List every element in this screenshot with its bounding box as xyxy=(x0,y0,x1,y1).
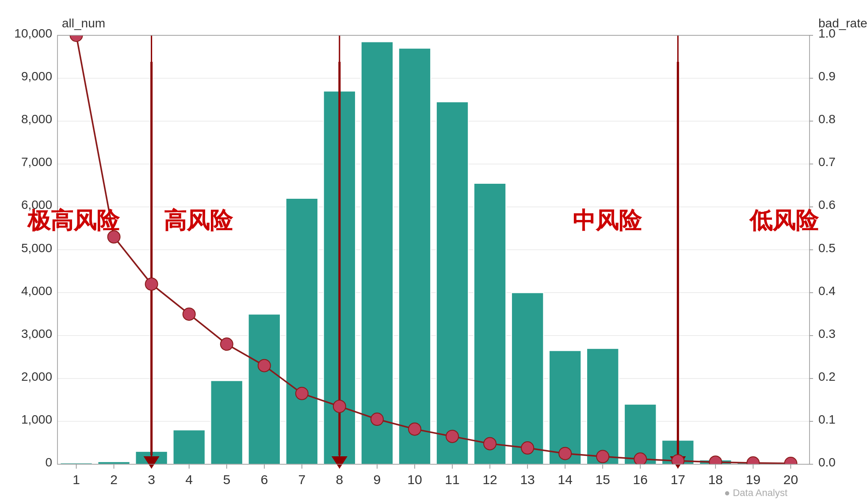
svg-point-132 xyxy=(596,451,609,463)
svg-point-126 xyxy=(371,413,383,425)
svg-text:13: 13 xyxy=(520,472,535,487)
svg-text:0.3: 0.3 xyxy=(818,327,836,341)
svg-text:0.6: 0.6 xyxy=(818,198,836,212)
svg-text:0.0: 0.0 xyxy=(818,455,836,469)
svg-point-125 xyxy=(333,400,346,413)
risk-label-medium: 中风险 xyxy=(573,205,642,236)
risk-label-low: 低风险 xyxy=(749,205,818,236)
svg-rect-95 xyxy=(286,198,318,464)
svg-text:0.5: 0.5 xyxy=(818,241,836,255)
svg-text:0.1: 0.1 xyxy=(818,413,836,426)
svg-text:15: 15 xyxy=(596,472,610,487)
svg-rect-93 xyxy=(211,381,243,464)
svg-text:7: 7 xyxy=(298,472,306,487)
svg-text:18: 18 xyxy=(708,472,723,487)
svg-rect-101 xyxy=(512,293,543,464)
svg-rect-103 xyxy=(587,349,619,464)
svg-point-122 xyxy=(221,338,233,350)
svg-text:14: 14 xyxy=(558,472,572,487)
svg-text:all_num: all_num xyxy=(62,16,105,30)
svg-text:0: 0 xyxy=(45,455,52,469)
svg-text:7,000: 7,000 xyxy=(21,155,52,169)
svg-text:10: 10 xyxy=(407,472,422,487)
svg-text:16: 16 xyxy=(633,472,648,487)
svg-rect-99 xyxy=(436,102,468,464)
svg-point-130 xyxy=(521,442,534,454)
svg-point-131 xyxy=(559,447,571,460)
svg-text:0.7: 0.7 xyxy=(818,155,836,169)
svg-text:bad_rate: bad_rate xyxy=(818,16,867,30)
svg-text:2: 2 xyxy=(110,472,118,487)
main-chart: 01,0002,0003,0004,0005,0006,0007,0008,00… xyxy=(0,0,867,504)
svg-text:4,000: 4,000 xyxy=(21,284,52,298)
svg-text:2,000: 2,000 xyxy=(21,370,52,383)
svg-text:12: 12 xyxy=(482,472,497,487)
svg-text:0.8: 0.8 xyxy=(818,112,836,126)
svg-rect-98 xyxy=(399,48,431,464)
svg-point-127 xyxy=(409,423,421,435)
svg-text:0.9: 0.9 xyxy=(818,69,836,83)
chart-container: Score Distribution 01,0002,0003,0004,000… xyxy=(0,0,867,504)
svg-rect-94 xyxy=(248,314,280,464)
svg-text:17: 17 xyxy=(671,472,685,487)
svg-text:10,000: 10,000 xyxy=(14,27,52,40)
svg-text:19: 19 xyxy=(746,472,760,487)
svg-point-123 xyxy=(258,360,271,372)
svg-point-129 xyxy=(484,437,496,450)
svg-text:3,000: 3,000 xyxy=(21,327,52,341)
svg-text:11: 11 xyxy=(445,472,459,487)
svg-text:3: 3 xyxy=(148,472,155,487)
svg-text:4: 4 xyxy=(185,472,193,487)
svg-text:1: 1 xyxy=(73,472,80,487)
svg-point-121 xyxy=(183,308,195,320)
svg-point-133 xyxy=(634,453,646,465)
svg-rect-90 xyxy=(98,462,130,464)
svg-text:8: 8 xyxy=(336,472,344,487)
svg-text:8,000: 8,000 xyxy=(21,112,52,126)
risk-label-very-high: 极高风险 xyxy=(27,205,119,236)
svg-rect-100 xyxy=(474,183,506,464)
svg-point-120 xyxy=(145,278,158,290)
svg-text:1,000: 1,000 xyxy=(21,413,52,426)
risk-label-high: 高风险 xyxy=(164,205,233,236)
svg-point-128 xyxy=(446,430,458,443)
svg-rect-92 xyxy=(173,430,205,464)
svg-text:0.2: 0.2 xyxy=(818,370,836,383)
svg-text:9: 9 xyxy=(374,472,381,487)
svg-rect-97 xyxy=(361,42,393,464)
svg-text:20: 20 xyxy=(783,472,798,487)
svg-text:6: 6 xyxy=(260,472,268,487)
svg-text:0.4: 0.4 xyxy=(818,284,836,298)
svg-text:9,000: 9,000 xyxy=(21,69,52,83)
svg-point-124 xyxy=(296,387,308,400)
svg-text:5,000: 5,000 xyxy=(21,241,52,255)
svg-text:● Data Analyst: ● Data Analyst xyxy=(724,487,787,498)
svg-text:5: 5 xyxy=(223,472,230,487)
